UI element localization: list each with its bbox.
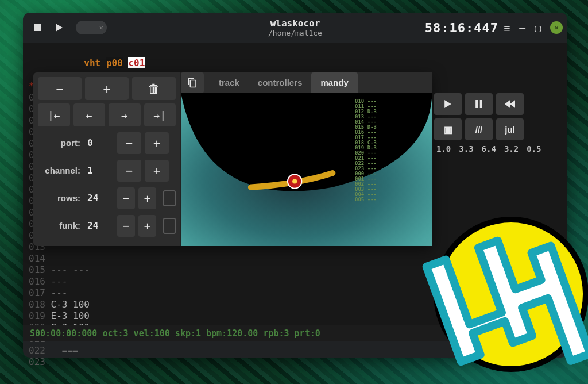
- copy-icon: [187, 78, 198, 88]
- pause-button[interactable]: [465, 93, 493, 115]
- stop-icon: [34, 24, 41, 31]
- rewind-button[interactable]: [496, 93, 524, 115]
- play-button[interactable]: [51, 19, 68, 36]
- maximize-button[interactable]: ▢: [535, 22, 541, 34]
- tracker-row[interactable]: 019 E-3 100: [29, 310, 562, 322]
- marker-icon: ▣: [444, 124, 452, 135]
- rewind-icon: [505, 100, 515, 108]
- seek-next-button[interactable]: →: [109, 103, 141, 126]
- svg-rect-3: [475, 100, 478, 108]
- playback-cluster: ▣ /// jul 1.03.36.43.20.5: [434, 93, 585, 168]
- seek-end-button[interactable]: →|: [144, 103, 176, 126]
- tracker-hdr-p: p00: [106, 57, 123, 68]
- param-funk-value[interactable]: 24: [84, 215, 114, 237]
- svg-point-2: [292, 179, 297, 183]
- play2-button[interactable]: [434, 93, 462, 115]
- tracker-row[interactable]: 018 C-3 100: [29, 299, 562, 310]
- tracker-row[interactable]: 015 --- ---: [29, 264, 562, 276]
- param-port-value[interactable]: 0: [84, 132, 114, 154]
- param-port-label: port:: [38, 132, 80, 154]
- channel-decrement[interactable]: −: [117, 160, 141, 182]
- timecode: 58:16:447: [425, 21, 498, 35]
- rows-lock-checkbox[interactable]: [163, 190, 176, 206]
- port-increment[interactable]: +: [145, 132, 169, 154]
- play-icon: [56, 24, 63, 32]
- funk-increment[interactable]: +: [138, 215, 156, 237]
- trash-icon: 🗑: [148, 82, 160, 96]
- titlebar: ✕ wlaskocor /home/mal1ce 58:16:447 ≡ — ▢…: [23, 13, 567, 43]
- stop-button[interactable]: [29, 19, 46, 36]
- param-funk-label: funk:: [38, 215, 80, 237]
- app-window: ✕ wlaskocor /home/mal1ce 58:16:447 ≡ — ▢…: [23, 13, 567, 358]
- menu-icon[interactable]: ≡: [504, 22, 510, 34]
- tracker-row[interactable]: 022 ===: [29, 345, 562, 356]
- seek-start-button[interactable]: |←: [38, 103, 70, 126]
- rows-increment[interactable]: +: [138, 187, 156, 209]
- param-channel-label: channel:: [38, 160, 80, 182]
- tracker-row[interactable]: 017 ---: [29, 287, 562, 299]
- viz-canvas: [181, 93, 432, 246]
- param-channel: channel: 1 − +: [38, 160, 176, 182]
- seek-prev-button[interactable]: ←: [74, 103, 106, 126]
- pause-icon: [475, 100, 482, 108]
- funk-lock-checkbox[interactable]: [163, 218, 176, 234]
- close-icon: ✕: [99, 24, 103, 32]
- panel-right: trackcontrollersmandy: [180, 72, 432, 246]
- add-track-button[interactable]: +: [85, 77, 129, 100]
- svg-rect-4: [480, 100, 482, 108]
- rows-decrement[interactable]: −: [117, 187, 135, 209]
- tracker-row[interactable]: 014: [29, 253, 562, 264]
- panel-tabs: trackcontrollersmandy: [208, 72, 359, 93]
- cluster-readouts: 1.03.36.43.20.5: [436, 144, 585, 154]
- window-controls: ≡ — ▢ ✕: [504, 21, 563, 34]
- scope-readout: 010 --- 011 --- 012 D-3 013 --- 014 --- …: [355, 99, 386, 202]
- desktop-background: ✕ wlaskocor /home/mal1ce 58:16:447 ≡ — ▢…: [0, 0, 588, 384]
- param-rows: rows: 24 − +: [38, 187, 176, 209]
- param-rows-label: rows:: [38, 187, 80, 209]
- visualization[interactable]: 010 --- 011 --- 012 D-3 013 --- 014 --- …: [181, 93, 432, 246]
- readout-value: 6.4: [482, 144, 496, 154]
- readout-value: 3.3: [459, 144, 473, 154]
- port-decrement[interactable]: −: [117, 132, 141, 154]
- readout-value: 0.5: [527, 144, 541, 154]
- slashes-button[interactable]: ///: [465, 118, 493, 140]
- status-stars: ***: [547, 325, 563, 341]
- readout-value: 1.0: [436, 144, 451, 154]
- status-bar: S00:00:00:000 oct:3 vel:100 skp:1 bpm:12…: [23, 325, 567, 341]
- tab-controllers[interactable]: controllers: [249, 72, 312, 93]
- play-icon: [444, 100, 452, 108]
- param-rows-value[interactable]: 24: [84, 187, 114, 209]
- channel-increment[interactable]: +: [145, 160, 169, 182]
- delete-button[interactable]: 🗑: [132, 77, 176, 100]
- status-text: S00:00:00:000 oct:3 vel:100 skp:1 bpm:12…: [30, 328, 320, 339]
- tracker-hdr-c: c01: [128, 57, 145, 68]
- record-toggle[interactable]: ✕: [76, 21, 107, 34]
- close-window-button[interactable]: ✕: [550, 21, 563, 34]
- tracker-row[interactable]: 016 ---: [29, 276, 562, 287]
- tracker-row[interactable]: 023: [29, 356, 562, 368]
- marker-button[interactable]: ▣: [434, 118, 462, 140]
- tab-track[interactable]: track: [210, 72, 249, 93]
- param-funk: funk: 24 − +: [38, 215, 176, 237]
- minimize-button[interactable]: —: [519, 22, 525, 34]
- track-edit-panel: − + 🗑 |← ← → →| port: 0 − + channe: [33, 72, 432, 246]
- tracker-hdr-vht: vht: [84, 57, 100, 68]
- panel-left-controls: − + 🗑 |← ← → →| port: 0 − + channe: [33, 72, 180, 246]
- remove-track-button[interactable]: −: [38, 77, 82, 100]
- copy-button[interactable]: [181, 72, 204, 93]
- funk-decrement[interactable]: −: [117, 215, 135, 237]
- param-channel-value[interactable]: 1: [84, 160, 114, 182]
- param-port: port: 0 − +: [38, 132, 176, 154]
- mode-jul-button[interactable]: jul: [496, 118, 524, 140]
- tab-mandy[interactable]: mandy: [311, 72, 357, 93]
- readout-value: 3.2: [504, 144, 519, 154]
